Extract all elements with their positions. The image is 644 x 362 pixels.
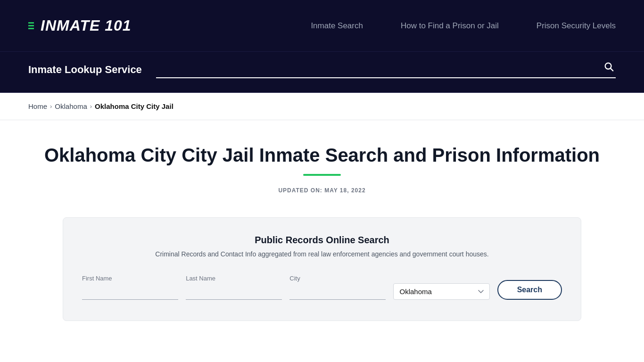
city-field: City — [289, 275, 386, 300]
search-section: Inmate Lookup Service — [0, 52, 644, 93]
site-logo[interactable]: INMATE 101 — [28, 17, 132, 34]
last-name-label: Last Name — [186, 275, 282, 282]
last-name-field: Last Name — [186, 275, 282, 300]
page-title: Oklahoma City City Jail Inmate Search an… — [28, 144, 616, 166]
last-name-input[interactable] — [186, 286, 282, 300]
city-input[interactable] — [289, 286, 386, 300]
nav-how-to-find[interactable]: How to Find a Prison or Jail — [401, 21, 499, 30]
search-button[interactable]: Search — [497, 280, 562, 300]
breadcrumb-state[interactable]: Oklahoma — [55, 102, 87, 110]
logo-icon — [28, 22, 34, 29]
breadcrumb-sep-2: › — [90, 103, 92, 110]
nav-inmate-search[interactable]: Inmate Search — [311, 21, 363, 30]
search-icon — [603, 61, 614, 72]
city-label: City — [289, 275, 386, 282]
top-navigation: INMATE 101 Inmate Search How to Find a P… — [0, 0, 644, 52]
main-content: Oklahoma City City Jail Inmate Search an… — [0, 120, 644, 340]
logo-text: INMATE 101 — [41, 17, 132, 34]
search-form: First Name Last Name City AlabamaAlaskaA… — [82, 275, 562, 300]
search-bar — [156, 61, 616, 78]
breadcrumb-current: Oklahoma City City Jail — [95, 102, 173, 110]
nav-links: Inmate Search How to Find a Prison or Ja… — [311, 21, 616, 31]
breadcrumb-sep-1: › — [50, 103, 52, 110]
updated-label: UPDATED ON: MAY 18, 2022 — [28, 187, 616, 194]
card-title: Public Records Online Search — [82, 235, 562, 246]
state-field: AlabamaAlaskaArizonaArkansasCaliforniaCo… — [393, 280, 489, 300]
card-description: Criminal Records and Contact Info aggreg… — [82, 250, 562, 258]
first-name-label: First Name — [82, 275, 178, 282]
title-underline — [303, 174, 341, 176]
search-card: Public Records Online Search Criminal Re… — [63, 217, 581, 321]
svg-line-1 — [611, 68, 613, 71]
breadcrumb: Home › Oklahoma › Oklahoma City City Jai… — [28, 102, 616, 110]
nav-prison-security[interactable]: Prison Security Levels — [537, 21, 616, 30]
first-name-field: First Name — [82, 275, 178, 300]
breadcrumb-section: Home › Oklahoma › Oklahoma City City Jai… — [0, 93, 644, 120]
first-name-input[interactable] — [82, 286, 178, 300]
breadcrumb-home[interactable]: Home — [28, 102, 47, 110]
search-input[interactable] — [156, 64, 602, 72]
search-submit-button[interactable] — [602, 61, 616, 74]
search-section-label: Inmate Lookup Service — [28, 64, 142, 76]
state-select[interactable]: AlabamaAlaskaArizonaArkansasCaliforniaCo… — [393, 283, 489, 300]
